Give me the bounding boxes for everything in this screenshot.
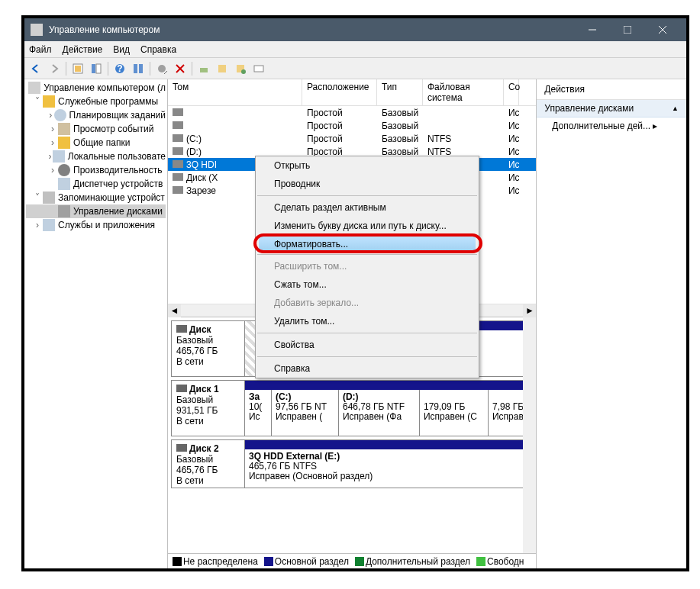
col-fs[interactable]: Файловая система <box>423 79 504 105</box>
ctx-shrink[interactable]: Сжать том... <box>256 275 479 294</box>
ctx-delete[interactable]: Удалить том... <box>256 312 479 330</box>
svg-rect-6 <box>92 64 95 73</box>
svg-rect-20 <box>254 66 263 72</box>
tree-shares[interactable]: ›Общие папки <box>26 136 166 150</box>
svg-rect-17 <box>218 65 226 72</box>
menu-action[interactable]: Действие <box>63 44 103 55</box>
disk-1-label[interactable]: Диск 1 Базовый 931,51 ГБ В сети <box>172 381 245 436</box>
tree-tools[interactable]: ˅Служебные программы <box>26 95 166 108</box>
tb-delete-icon[interactable] <box>172 60 189 77</box>
scroll-right-icon[interactable]: ► <box>523 304 536 317</box>
disk-icon <box>176 325 187 333</box>
disk-icon <box>176 385 187 392</box>
app-icon <box>31 24 43 36</box>
svg-line-13 <box>164 71 167 74</box>
legend-free-icon <box>476 557 485 566</box>
ctx-open[interactable]: Открыть <box>256 156 479 175</box>
partition[interactable]: 3Q HDD External (E:)465,76 ГБ NTFSИсправ… <box>245 449 532 488</box>
svg-point-12 <box>158 65 166 72</box>
actions-category[interactable]: Управление дисками▲ <box>537 100 686 117</box>
svg-rect-7 <box>96 64 101 73</box>
ctx-format[interactable]: Форматировать... <box>259 237 476 252</box>
menu-file[interactable]: Файл <box>29 44 52 55</box>
col-status[interactable]: Со <box>504 79 519 105</box>
col-layout[interactable]: Расположение <box>302 79 377 105</box>
tb-icon-5[interactable] <box>195 60 212 77</box>
minimize-button[interactable] <box>575 18 610 41</box>
v-scrollbar[interactable] <box>523 317 536 553</box>
menu-help[interactable]: Справка <box>140 44 176 55</box>
legend: Не распределена Основной раздел Дополнит… <box>168 553 536 568</box>
tb-help-icon[interactable]: ? <box>111 60 128 77</box>
partition[interactable]: 179,09 ГБИсправен (С <box>419 390 488 436</box>
scroll-left-icon[interactable]: ◄ <box>168 304 181 317</box>
tree-services[interactable]: ›Службы и приложения <box>26 218 166 232</box>
tb-icon-6[interactable] <box>214 60 231 77</box>
col-type[interactable]: Тип <box>377 79 423 105</box>
tree-users[interactable]: ›Локальные пользовате <box>26 150 166 163</box>
actions-title: Действия <box>537 79 686 100</box>
partition[interactable]: За10(Ис <box>245 390 271 436</box>
menubar: Файл Действие Вид Справка <box>24 41 686 58</box>
legend-ext-icon <box>355 557 364 566</box>
tree-root[interactable]: Управление компьютером (л <box>26 81 166 95</box>
context-menu[interactable]: Открыть Проводник Сделать раздел активны… <box>255 156 479 378</box>
volume-row[interactable]: (C:)ПростойБазовыйNTFSИс <box>168 132 536 145</box>
close-button[interactable] <box>645 18 680 41</box>
tree-diskmgmt[interactable]: Управление дисками <box>26 204 166 218</box>
tb-icon-8[interactable] <box>250 60 267 77</box>
nav-tree[interactable]: Управление компьютером (л ˅Служебные про… <box>24 79 168 568</box>
ctx-make-active[interactable]: Сделать раздел активным <box>256 198 479 217</box>
actions-more[interactable]: Дополнительные дей... ▸ <box>537 117 686 134</box>
svg-point-19 <box>241 69 246 74</box>
partition[interactable]: (D:)646,78 ГБ NTFИсправен (Фа <box>338 390 419 436</box>
ctx-mirror: Добавить зеркало... <box>256 294 479 312</box>
svg-rect-11 <box>139 64 143 73</box>
partition[interactable]: (C:)97,56 ГБ NTИсправен ( <box>271 390 338 436</box>
volume-row[interactable]: ПростойБазовыйИс <box>168 106 536 119</box>
ctx-change-letter[interactable]: Изменить букву диска или путь к диску... <box>256 217 479 235</box>
svg-text:?: ? <box>117 63 122 74</box>
menu-view[interactable]: Вид <box>113 44 130 55</box>
maximize-button[interactable] <box>610 18 645 41</box>
tree-devmgr[interactable]: Диспетчер устройств <box>26 177 166 191</box>
disk-1-row[interactable]: Диск 1 Базовый 931,51 ГБ В сети За10(Ис … <box>171 380 533 436</box>
tb-icon-7[interactable] <box>232 60 249 77</box>
ctx-help[interactable]: Справка <box>256 359 479 378</box>
chevron-right-icon: ▸ <box>653 121 657 131</box>
ctx-explorer[interactable]: Проводник <box>256 175 479 193</box>
disk-2-label[interactable]: Диск 2 Базовый 465,76 ГБ В сети <box>172 440 245 488</box>
volume-row[interactable]: ПростойБазовыйИс <box>168 119 536 132</box>
tb-icon-2[interactable] <box>88 60 105 77</box>
toolbar: ? <box>24 58 686 79</box>
tree-storage[interactable]: ˅Запоминающие устройст <box>26 191 166 204</box>
collapse-icon: ▲ <box>672 105 679 112</box>
svg-rect-1 <box>624 26 631 34</box>
legend-unalloc-icon <box>173 557 182 566</box>
titlebar[interactable]: Управление компьютером <box>24 18 686 41</box>
ctx-properties[interactable]: Свойства <box>256 336 479 354</box>
svg-rect-10 <box>134 64 137 73</box>
nav-fwd-button[interactable] <box>46 60 63 77</box>
tree-perf[interactable]: ›Производительность <box>26 163 166 177</box>
disk-0-label[interactable]: Диск Базовый 465,76 ГБ В сети <box>172 321 245 376</box>
volume-header[interactable]: Том Расположение Тип Файловая система Со <box>168 79 536 106</box>
col-volume[interactable]: Том <box>168 79 302 105</box>
svg-rect-16 <box>200 68 208 72</box>
tree-scheduler[interactable]: ›Планировщик заданий <box>26 108 166 122</box>
window-title: Управление компьютером <box>49 24 575 35</box>
ctx-extend: Расширить том... <box>256 257 479 275</box>
tb-icon-1[interactable] <box>69 60 86 77</box>
legend-primary-icon <box>264 557 273 566</box>
tb-icon-4[interactable] <box>153 60 170 77</box>
tb-icon-3[interactable] <box>130 60 147 77</box>
nav-back-button[interactable] <box>27 60 44 77</box>
tree-eventviewer[interactable]: ›Просмотр событий <box>26 122 166 136</box>
disk-2-row[interactable]: Диск 2 Базовый 465,76 ГБ В сети 3Q HDD E… <box>171 439 533 488</box>
actions-pane: Действия Управление дисками▲ Дополнитель… <box>537 79 686 568</box>
svg-rect-5 <box>75 66 81 72</box>
disk-icon <box>176 444 187 452</box>
